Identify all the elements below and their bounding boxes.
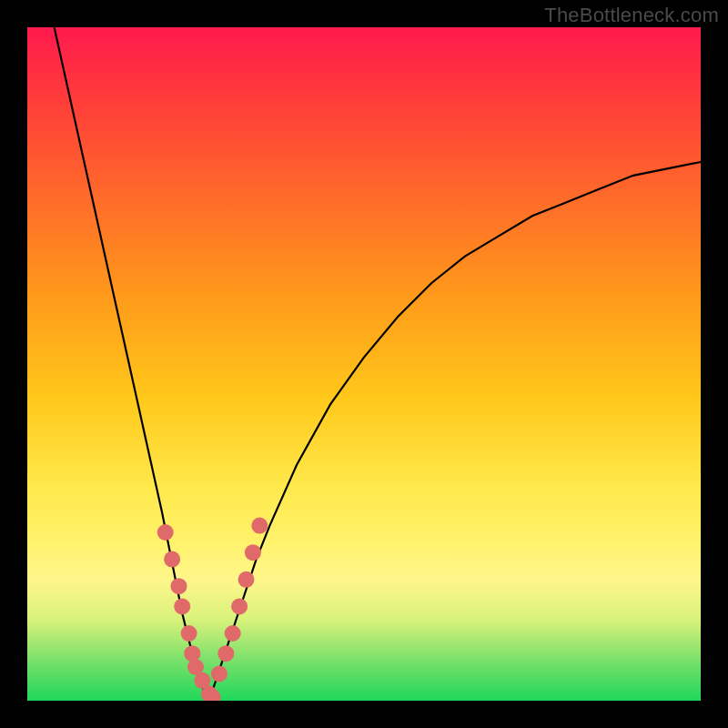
marker-dots-left <box>157 524 174 541</box>
chart-area <box>27 27 701 701</box>
marker-dots-left <box>164 551 180 568</box>
curve-right-branch <box>209 162 701 701</box>
chart-markers <box>157 518 268 701</box>
marker-dots-left <box>181 625 197 642</box>
marker-dots-right <box>231 598 248 614</box>
chart-lines <box>55 27 701 701</box>
marker-dots-right <box>238 571 255 588</box>
watermark-text: TheBottleneck.com <box>544 4 719 27</box>
marker-dots-left <box>174 598 190 614</box>
marker-dots-right <box>245 544 261 561</box>
marker-dots-left <box>171 578 187 594</box>
chart-svg <box>27 27 701 701</box>
marker-dots-right <box>211 665 228 682</box>
marker-dots-right <box>225 625 241 642</box>
marker-dots-right <box>251 518 268 534</box>
marker-dots-right <box>217 645 234 662</box>
